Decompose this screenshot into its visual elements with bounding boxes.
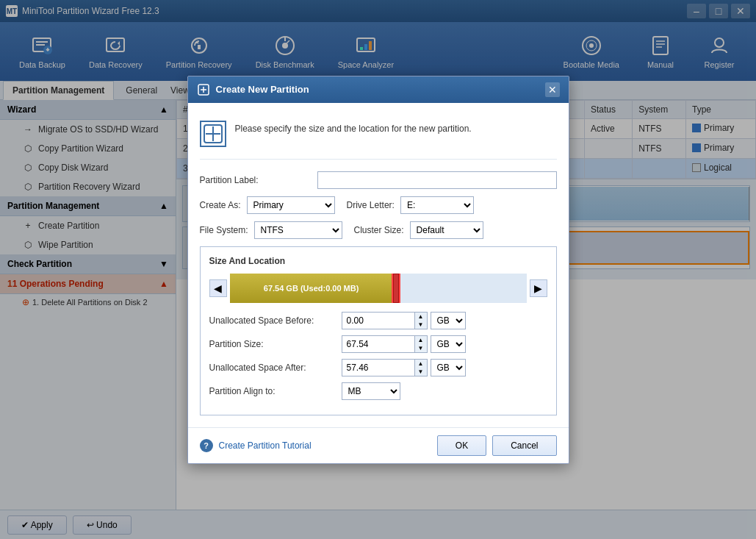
unallocated-before-input[interactable] bbox=[342, 312, 415, 329]
fs-cluster-row: File System: NTFS FAT32 FAT16 exFAT Clus… bbox=[200, 221, 557, 239]
partition-bar-used: 67.54 GB (Used:0.00 MB) bbox=[230, 274, 393, 303]
cluster-size-label: Cluster Size: bbox=[354, 225, 404, 235]
partition-size-unit[interactable]: GB MB bbox=[431, 335, 466, 353]
modal-cancel-button[interactable]: Cancel bbox=[492, 435, 556, 456]
modal-footer: ? Create Partition Tutorial OK Cancel bbox=[188, 427, 569, 463]
size-location-section: Size And Location ◀ 67.54 GB (Used:0.00 … bbox=[200, 246, 557, 415]
partition-align-select[interactable]: MB Cylinder None bbox=[342, 382, 400, 400]
file-system-label: File System: bbox=[200, 225, 248, 235]
modal-close-button[interactable]: ✕ bbox=[545, 82, 560, 97]
modal-ok-button[interactable]: OK bbox=[437, 435, 486, 456]
create-as-select[interactable]: Primary Logical Extended bbox=[247, 196, 335, 214]
partition-bar-container: ◀ 67.54 GB (Used:0.00 MB) ▶ bbox=[209, 274, 547, 303]
unallocated-before-unit[interactable]: GB MB bbox=[431, 312, 466, 329]
modal-title-bar: Create New Partition ✕ bbox=[188, 76, 569, 103]
partition-size-label: Partition Size: bbox=[209, 339, 342, 349]
partition-bar-free bbox=[399, 274, 527, 303]
partition-label-row: Partition Label: bbox=[200, 171, 557, 189]
modal-title: Create New Partition bbox=[216, 84, 539, 95]
bar-left-arrow[interactable]: ◀ bbox=[209, 279, 227, 297]
unallocated-after-row: Unallocated Space After: ▲ ▼ GB MB bbox=[209, 359, 547, 376]
unallocated-after-spin-down[interactable]: ▼ bbox=[415, 368, 427, 376]
modal-overlay: Create New Partition ✕ Please specify th… bbox=[0, 0, 756, 539]
partition-size-spinners: ▲ ▼ bbox=[415, 335, 428, 353]
unallocated-before-label: Unallocated Space Before: bbox=[209, 315, 342, 326]
modal-info-text: Please specify the size and the location… bbox=[235, 121, 472, 134]
modal-info-row: Please specify the size and the location… bbox=[200, 115, 557, 160]
unallocated-after-input[interactable] bbox=[342, 359, 415, 376]
partition-size-spin-down[interactable]: ▼ bbox=[415, 344, 427, 352]
partition-label-label: Partition Label: bbox=[200, 175, 317, 185]
modal-title-icon bbox=[197, 83, 210, 96]
bar-right-arrow[interactable]: ▶ bbox=[530, 279, 547, 297]
modal-info-icon bbox=[200, 121, 226, 147]
create-drive-row: Create As: Primary Logical Extended Driv… bbox=[200, 196, 557, 214]
size-location-title: Size And Location bbox=[209, 256, 547, 266]
file-system-select[interactable]: NTFS FAT32 FAT16 exFAT bbox=[254, 221, 342, 239]
partition-size-spin-up[interactable]: ▲ bbox=[415, 336, 427, 344]
unallocated-after-unit[interactable]: GB MB bbox=[431, 359, 466, 376]
drive-letter-label: Drive Letter: bbox=[347, 200, 395, 210]
unallocated-after-spinners: ▲ ▼ bbox=[415, 359, 428, 376]
create-partition-modal: Create New Partition ✕ Please specify th… bbox=[187, 76, 569, 464]
tutorial-info-icon: ? bbox=[200, 439, 213, 452]
drive-letter-select[interactable]: E: F: G: bbox=[400, 196, 474, 214]
modal-body: Please specify the size and the location… bbox=[188, 103, 569, 427]
partition-align-row: Partition Align to: MB Cylinder None bbox=[209, 382, 547, 400]
create-as-label: Create As: bbox=[200, 200, 241, 210]
partition-bar: 67.54 GB (Used:0.00 MB) bbox=[230, 274, 527, 303]
cluster-size-select[interactable]: Default 512 1K 4K bbox=[410, 221, 483, 239]
partition-size-input[interactable] bbox=[342, 335, 415, 353]
partition-bar-handle[interactable] bbox=[393, 274, 399, 303]
unallocated-before-spin-up[interactable]: ▲ bbox=[415, 313, 427, 321]
tutorial-link[interactable]: Create Partition Tutorial bbox=[219, 440, 431, 451]
partition-label-input[interactable] bbox=[317, 171, 557, 189]
unallocated-before-spin-down[interactable]: ▼ bbox=[415, 321, 427, 329]
unallocated-after-spin-up[interactable]: ▲ bbox=[415, 360, 427, 368]
unallocated-after-label: Unallocated Space After: bbox=[209, 363, 342, 373]
unallocated-before-row: Unallocated Space Before: ▲ ▼ GB MB bbox=[209, 312, 547, 329]
unallocated-before-spinners: ▲ ▼ bbox=[415, 312, 428, 329]
partition-align-label: Partition Align to: bbox=[209, 386, 342, 396]
partition-size-row: Partition Size: ▲ ▼ GB MB bbox=[209, 335, 547, 353]
